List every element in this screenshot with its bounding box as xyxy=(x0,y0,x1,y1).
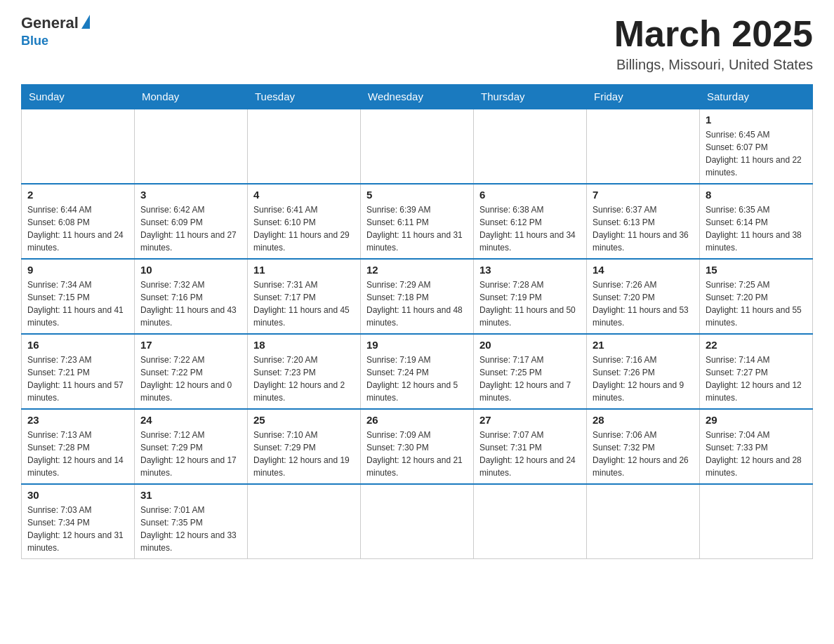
day-number: 20 xyxy=(479,339,581,351)
weekday-header-tuesday: Tuesday xyxy=(248,85,361,109)
weekday-header-monday: Monday xyxy=(135,85,248,109)
calendar-cell: 30Sunrise: 7:03 AMSunset: 7:34 PMDayligh… xyxy=(22,484,135,559)
calendar-cell: 16Sunrise: 7:23 AMSunset: 7:21 PMDayligh… xyxy=(22,334,135,409)
calendar-cell: 3Sunrise: 6:42 AMSunset: 6:09 PMDaylight… xyxy=(135,184,248,259)
day-info: Sunrise: 7:17 AMSunset: 7:25 PMDaylight:… xyxy=(479,354,581,404)
day-number: 24 xyxy=(140,414,241,426)
day-number: 26 xyxy=(366,414,468,426)
calendar-cell: 11Sunrise: 7:31 AMSunset: 7:17 PMDayligh… xyxy=(248,259,361,334)
calendar-cell: 12Sunrise: 7:29 AMSunset: 7:18 PMDayligh… xyxy=(361,259,474,334)
day-info: Sunrise: 6:44 AMSunset: 6:08 PMDaylight:… xyxy=(27,203,128,254)
day-info: Sunrise: 7:26 AMSunset: 7:20 PMDaylight:… xyxy=(593,279,694,329)
calendar-cell xyxy=(361,109,474,184)
day-number: 11 xyxy=(253,264,355,276)
day-info: Sunrise: 7:32 AMSunset: 7:16 PMDaylight:… xyxy=(140,279,241,329)
day-number: 4 xyxy=(253,189,355,201)
day-info: Sunrise: 7:03 AMSunset: 7:34 PMDaylight:… xyxy=(27,504,128,554)
day-number: 5 xyxy=(366,189,468,201)
day-info: Sunrise: 7:12 AMSunset: 7:29 PMDaylight:… xyxy=(140,429,241,479)
day-number: 13 xyxy=(479,264,581,276)
calendar-cell: 27Sunrise: 7:07 AMSunset: 7:31 PMDayligh… xyxy=(474,409,587,484)
day-info: Sunrise: 7:23 AMSunset: 7:21 PMDaylight:… xyxy=(27,354,128,404)
day-info: Sunrise: 7:19 AMSunset: 7:24 PMDaylight:… xyxy=(366,354,468,404)
day-number: 3 xyxy=(140,189,241,201)
day-info: Sunrise: 7:14 AMSunset: 7:27 PMDaylight:… xyxy=(706,354,807,404)
calendar-cell xyxy=(587,484,700,559)
week-row-3: 16Sunrise: 7:23 AMSunset: 7:21 PMDayligh… xyxy=(22,334,813,409)
week-row-4: 23Sunrise: 7:13 AMSunset: 7:28 PMDayligh… xyxy=(22,409,813,484)
day-info: Sunrise: 6:35 AMSunset: 6:14 PMDaylight:… xyxy=(706,203,807,254)
weekday-header-saturday: Saturday xyxy=(700,85,813,109)
day-number: 6 xyxy=(479,189,581,201)
week-row-1: 2Sunrise: 6:44 AMSunset: 6:08 PMDaylight… xyxy=(22,184,813,259)
calendar-cell xyxy=(135,109,248,184)
day-number: 23 xyxy=(27,414,128,426)
calendar-cell: 15Sunrise: 7:25 AMSunset: 7:20 PMDayligh… xyxy=(700,259,813,334)
calendar-cell: 24Sunrise: 7:12 AMSunset: 7:29 PMDayligh… xyxy=(135,409,248,484)
day-number: 9 xyxy=(27,264,128,276)
logo-general: General xyxy=(21,14,90,32)
calendar-cell: 8Sunrise: 6:35 AMSunset: 6:14 PMDaylight… xyxy=(700,184,813,259)
day-info: Sunrise: 6:41 AMSunset: 6:10 PMDaylight:… xyxy=(253,203,355,254)
day-info: Sunrise: 7:10 AMSunset: 7:29 PMDaylight:… xyxy=(253,429,355,479)
logo-blue-text: Blue xyxy=(21,34,48,48)
calendar-cell: 22Sunrise: 7:14 AMSunset: 7:27 PMDayligh… xyxy=(700,334,813,409)
day-info: Sunrise: 7:34 AMSunset: 7:15 PMDaylight:… xyxy=(27,279,128,329)
calendar-cell: 1Sunrise: 6:45 AMSunset: 6:07 PMDaylight… xyxy=(700,109,813,184)
day-number: 25 xyxy=(253,414,355,426)
day-number: 1 xyxy=(706,114,807,126)
day-info: Sunrise: 7:31 AMSunset: 7:17 PMDaylight:… xyxy=(253,279,355,329)
day-info: Sunrise: 7:06 AMSunset: 7:32 PMDaylight:… xyxy=(593,429,694,479)
calendar-cell xyxy=(474,484,587,559)
calendar-cell: 10Sunrise: 7:32 AMSunset: 7:16 PMDayligh… xyxy=(135,259,248,334)
day-info: Sunrise: 7:22 AMSunset: 7:22 PMDaylight:… xyxy=(140,354,241,404)
calendar-subtitle: Billings, Missouri, United States xyxy=(614,57,813,73)
calendar-cell xyxy=(700,484,813,559)
calendar-cell xyxy=(248,484,361,559)
day-number: 18 xyxy=(253,339,355,351)
calendar-cell: 26Sunrise: 7:09 AMSunset: 7:30 PMDayligh… xyxy=(361,409,474,484)
weekday-header-row: SundayMondayTuesdayWednesdayThursdayFrid… xyxy=(22,85,813,109)
calendar-cell: 4Sunrise: 6:41 AMSunset: 6:10 PMDaylight… xyxy=(248,184,361,259)
day-info: Sunrise: 7:28 AMSunset: 7:19 PMDaylight:… xyxy=(479,279,581,329)
calendar-cell: 19Sunrise: 7:19 AMSunset: 7:24 PMDayligh… xyxy=(361,334,474,409)
week-row-5: 30Sunrise: 7:03 AMSunset: 7:34 PMDayligh… xyxy=(22,484,813,559)
day-number: 19 xyxy=(366,339,468,351)
day-number: 27 xyxy=(479,414,581,426)
calendar-cell: 13Sunrise: 7:28 AMSunset: 7:19 PMDayligh… xyxy=(474,259,587,334)
day-info: Sunrise: 7:09 AMSunset: 7:30 PMDaylight:… xyxy=(366,429,468,479)
day-info: Sunrise: 7:13 AMSunset: 7:28 PMDaylight:… xyxy=(27,429,128,479)
header: General Blue March 2025 Billings, Missou… xyxy=(21,14,813,73)
day-number: 14 xyxy=(593,264,694,276)
day-info: Sunrise: 7:04 AMSunset: 7:33 PMDaylight:… xyxy=(706,429,807,479)
day-info: Sunrise: 7:25 AMSunset: 7:20 PMDaylight:… xyxy=(706,279,807,329)
day-info: Sunrise: 7:07 AMSunset: 7:31 PMDaylight:… xyxy=(479,429,581,479)
calendar-cell: 2Sunrise: 6:44 AMSunset: 6:08 PMDaylight… xyxy=(22,184,135,259)
calendar-cell xyxy=(248,109,361,184)
calendar-cell: 29Sunrise: 7:04 AMSunset: 7:33 PMDayligh… xyxy=(700,409,813,484)
day-number: 21 xyxy=(593,339,694,351)
calendar-cell: 14Sunrise: 7:26 AMSunset: 7:20 PMDayligh… xyxy=(587,259,700,334)
weekday-header-wednesday: Wednesday xyxy=(361,85,474,109)
calendar-cell xyxy=(22,109,135,184)
calendar-cell xyxy=(474,109,587,184)
calendar-cell: 9Sunrise: 7:34 AMSunset: 7:15 PMDaylight… xyxy=(22,259,135,334)
calendar-cell: 28Sunrise: 7:06 AMSunset: 7:32 PMDayligh… xyxy=(587,409,700,484)
calendar-title: March 2025 xyxy=(614,14,813,54)
week-row-2: 9Sunrise: 7:34 AMSunset: 7:15 PMDaylight… xyxy=(22,259,813,334)
day-info: Sunrise: 7:01 AMSunset: 7:35 PMDaylight:… xyxy=(140,504,241,554)
day-info: Sunrise: 6:42 AMSunset: 6:09 PMDaylight:… xyxy=(140,203,241,254)
day-number: 2 xyxy=(27,189,128,201)
day-number: 22 xyxy=(706,339,807,351)
day-info: Sunrise: 6:45 AMSunset: 6:07 PMDaylight:… xyxy=(706,128,807,179)
logo-triangle-icon xyxy=(81,15,90,29)
day-number: 8 xyxy=(706,189,807,201)
calendar-cell: 5Sunrise: 6:39 AMSunset: 6:11 PMDaylight… xyxy=(361,184,474,259)
day-number: 16 xyxy=(27,339,128,351)
day-number: 7 xyxy=(593,189,694,201)
day-number: 15 xyxy=(706,264,807,276)
calendar-cell: 7Sunrise: 6:37 AMSunset: 6:13 PMDaylight… xyxy=(587,184,700,259)
day-info: Sunrise: 6:37 AMSunset: 6:13 PMDaylight:… xyxy=(593,203,694,254)
weekday-header-thursday: Thursday xyxy=(474,85,587,109)
day-info: Sunrise: 7:29 AMSunset: 7:18 PMDaylight:… xyxy=(366,279,468,329)
